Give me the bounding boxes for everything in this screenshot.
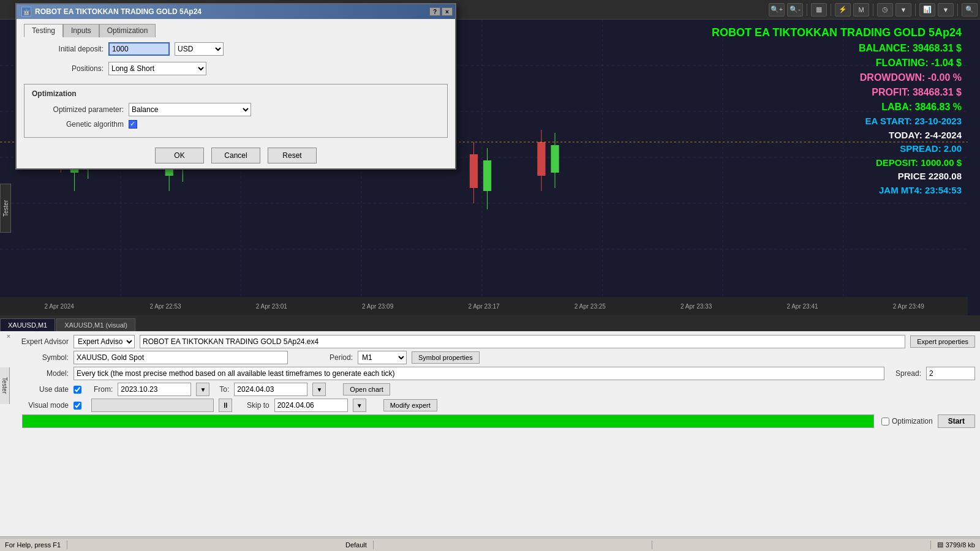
status-sep2: [373, 541, 374, 549]
period-label: Period:: [330, 353, 353, 362]
visual-mode-checkbox[interactable]: [74, 402, 81, 410]
svg-rect-44: [551, 145, 559, 173]
model-label: Model:: [20, 369, 69, 378]
chart-btn2[interactable]: ▼: [938, 3, 954, 17]
skip-to-label: Skip to: [247, 401, 270, 410]
toolbar-sep5: [957, 4, 958, 16]
symbol-row: Symbol: Period: M1 Symbol properties: [5, 351, 975, 364]
grid-btn[interactable]: ▦: [811, 3, 827, 17]
zoom-out-btn[interactable]: 🔍-: [787, 3, 803, 17]
toolbar-sep3: [873, 4, 873, 16]
dialog-body: Testing Inputs Optimization Initial depo…: [17, 19, 455, 168]
optimization-check: Optimization: [881, 417, 933, 425]
optimization-checkbox[interactable]: [881, 418, 889, 425]
ea-type-dropdown[interactable]: Expert Advisor: [74, 335, 135, 348]
period-btn[interactable]: M: [853, 3, 869, 17]
zoom-in-btn[interactable]: 🔍+: [769, 3, 785, 17]
time-label-8: 2 Apr 23:49: [856, 303, 962, 310]
modify-expert-btn[interactable]: Modify expert: [383, 399, 437, 411]
tester-close-btn[interactable]: ×: [5, 332, 12, 340]
to-label: To:: [219, 385, 229, 394]
expert-advisor-row: Expert Advisor Expert Advisor Expert pro…: [5, 335, 975, 348]
dialog-tab-optimization[interactable]: Optimization: [99, 24, 156, 37]
reset-btn[interactable]: Reset: [268, 148, 317, 163]
ok-btn[interactable]: OK: [155, 148, 204, 163]
chart-tab-xauusd-visual[interactable]: XAUUSD,M1 (visual): [56, 318, 135, 331]
spread-label: Spread:: [895, 369, 921, 378]
dialog-close-btn[interactable]: ×: [442, 7, 453, 16]
date-row: Use date From: ▼ To: ▼ Open chart: [5, 383, 975, 396]
from-label: From:: [94, 385, 113, 394]
progress-bar-fill: [23, 415, 873, 427]
symbol-input[interactable]: [74, 351, 288, 364]
dialog-titlebar: 🤖 ROBOT EA TIKTOKKAN TRADING GOLD 5Ap24 …: [17, 4, 455, 19]
genetic-algo-checkbox[interactable]: [129, 120, 137, 129]
dialog-tab-testing[interactable]: Testing: [24, 24, 63, 37]
chart-tab-xauusd[interactable]: XAUUSD,M1: [0, 318, 55, 331]
order-btn[interactable]: ⚡: [835, 3, 851, 17]
positions-label: Positions:: [24, 64, 104, 73]
svg-rect-38: [470, 154, 478, 188]
from-date-btn[interactable]: ▼: [196, 383, 209, 396]
time-label-0: 2 Apr 2024: [6, 303, 112, 310]
cancel-btn[interactable]: Cancel: [211, 148, 260, 163]
time-label-5: 2 Apr 23:25: [537, 303, 643, 310]
default-status: Default: [345, 541, 367, 549]
help-text: For Help, press F1: [5, 541, 61, 549]
pause-btn[interactable]: ⏸: [219, 399, 232, 412]
toolbar-sep4: [915, 4, 916, 16]
dialog-form: Initial deposit: USD Positions: Long & S…: [24, 42, 448, 140]
spread-input[interactable]: [926, 367, 975, 380]
memory-info: ▤ 3799/8 kb: [937, 541, 975, 549]
skip-to-input[interactable]: [274, 399, 348, 412]
dialog-buttons: OK Cancel Reset: [24, 148, 448, 163]
use-date-checkbox[interactable]: [74, 386, 81, 394]
skip-to-date-btn[interactable]: ▼: [353, 399, 366, 412]
positions-select[interactable]: Long & Short: [108, 62, 206, 75]
progress-row: Optimization Start: [5, 414, 975, 428]
dialog-tabs: Testing Inputs Optimization: [24, 24, 448, 37]
template-btn[interactable]: ▼: [895, 3, 911, 17]
model-row: Model: Spread:: [5, 367, 975, 380]
chart-btn[interactable]: 📊: [919, 3, 935, 17]
time-label-4: 2 Apr 23:17: [431, 303, 537, 310]
clock-btn[interactable]: ◷: [877, 3, 893, 17]
status-sep4: [930, 541, 931, 549]
ea-label: Expert Advisor: [20, 337, 69, 346]
svg-rect-40: [483, 160, 491, 191]
genetic-algo-row: Genetic algorithm: [32, 120, 440, 129]
time-label-2: 2 Apr 23:01: [219, 303, 325, 310]
status-sep1: [67, 541, 67, 549]
dialog-title-icon: 🤖: [21, 7, 31, 17]
symbol-label: Symbol:: [20, 353, 69, 362]
genetic-algo-label: Genetic algorithm: [32, 120, 124, 129]
period-dropdown[interactable]: M1: [358, 351, 407, 364]
optimized-param-row: Optimized parameter: Balance: [32, 103, 440, 116]
symbol-props-btn[interactable]: Symbol properties: [412, 351, 480, 364]
strategy-tester-panel: × Expert Advisor Expert Advisor Expert p…: [0, 331, 980, 551]
svg-rect-42: [537, 142, 545, 176]
time-label-6: 2 Apr 23:33: [643, 303, 749, 310]
start-btn[interactable]: Start: [938, 414, 975, 428]
model-input[interactable]: [74, 367, 884, 380]
ea-name-input[interactable]: [140, 335, 905, 348]
from-date-input[interactable]: [118, 383, 191, 396]
to-date-btn[interactable]: ▼: [312, 383, 326, 396]
visual-mode-row: Visual mode ⏸ Skip to ▼ Modify expert: [5, 399, 975, 412]
time-label-3: 2 Apr 23:09: [325, 303, 431, 310]
time-label-1: 2 Apr 22:53: [112, 303, 218, 310]
to-date-input[interactable]: [234, 383, 307, 396]
visual-speed-slider[interactable]: [91, 399, 214, 412]
expert-props-btn[interactable]: Expert properties: [910, 335, 975, 348]
optimized-param-select[interactable]: Balance: [129, 103, 251, 116]
currency-select[interactable]: USD: [175, 42, 224, 56]
search-btn[interactable]: 🔍: [962, 3, 978, 17]
open-chart-btn[interactable]: Open chart: [343, 383, 390, 395]
optimized-param-label: Optimized parameter:: [32, 105, 124, 114]
initial-deposit-label: Initial deposit:: [24, 45, 104, 53]
initial-deposit-input[interactable]: [108, 42, 170, 56]
dialog-help-btn[interactable]: ?: [429, 7, 440, 16]
dialog-overlay: 🤖 ROBOT EA TIKTOKKAN TRADING GOLD 5Ap24 …: [0, 0, 459, 300]
tester-vertical-tab[interactable]: Tester: [0, 367, 10, 404]
dialog-tab-inputs[interactable]: Inputs: [63, 24, 99, 37]
